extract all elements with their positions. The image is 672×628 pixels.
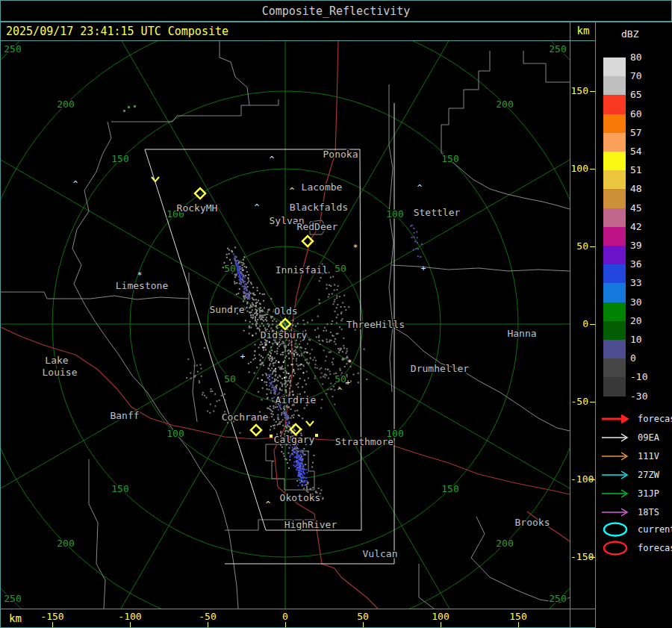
echo-pixel — [246, 303, 248, 305]
right-axis-tick — [590, 169, 595, 170]
echo-pixel — [255, 317, 256, 318]
echo-pixel — [267, 311, 269, 313]
map-right-border — [570, 22, 570, 628]
echo-pixel — [289, 388, 290, 389]
echo-pixel — [196, 364, 198, 366]
echo-pixel — [283, 411, 284, 412]
echo-pixel — [243, 266, 245, 267]
echo-pixel — [260, 344, 261, 346]
echo-pixel — [343, 359, 344, 361]
echo-pixel — [261, 314, 263, 316]
echo-pixel — [241, 272, 243, 273]
city-label-olds: Olds — [274, 305, 297, 317]
city-label-didsbury: Didsbury — [261, 329, 308, 341]
station-marker: ^ — [255, 202, 260, 212]
echo-pixel — [299, 470, 301, 471]
echo-pixel — [267, 407, 268, 408]
ring-distance-label: 200 — [57, 538, 74, 549]
echo-pixel — [314, 364, 316, 365]
bottom-axis-tick — [52, 622, 53, 627]
echo-pixel — [283, 341, 284, 343]
echo-pixel — [278, 361, 279, 363]
echo-pixel — [284, 456, 285, 457]
echo-pixel — [269, 324, 270, 326]
echo-pixel — [267, 314, 268, 315]
city-label-airdrie: Airdrie — [276, 394, 317, 405]
echo-pixel — [332, 293, 333, 295]
echo-pixel — [317, 316, 319, 317]
echo-pixel — [268, 357, 270, 358]
echo-pixel — [325, 368, 326, 370]
radar-map-canvas[interactable]: 5050505010010010010015015015015020020020… — [1, 41, 570, 609]
echo-pixel — [252, 302, 253, 304]
echo-pixel — [271, 416, 273, 417]
echo-pixel — [417, 248, 419, 249]
echo-pixel — [305, 384, 307, 385]
echo-pixel — [421, 243, 423, 245]
echo-pixel — [202, 394, 203, 396]
right-axis-tick-label: -150 — [570, 551, 588, 562]
echo-pixel — [221, 395, 223, 397]
echo-pixel — [303, 488, 305, 489]
echo-pixel — [270, 429, 271, 431]
echo-pixel — [261, 362, 263, 364]
legend-arrow-icon — [600, 432, 635, 444]
echo-pixel — [251, 311, 252, 313]
echo-pixel — [284, 346, 285, 348]
echo-pixel — [273, 419, 275, 420]
echo-pixel — [306, 488, 308, 489]
ring-distance-label: 250 — [549, 593, 566, 604]
echo-pixel — [314, 357, 315, 358]
colorbar-block — [603, 133, 626, 152]
echo-pixel — [277, 380, 279, 382]
legend-row-111v: 111V — [600, 450, 672, 464]
echo-pixel — [226, 257, 228, 258]
echo-pixel — [304, 480, 305, 482]
echo-pixel — [332, 361, 333, 363]
echo-pixel — [342, 358, 343, 359]
echo-pixel — [319, 369, 320, 370]
bottom-axis-tick-label: -150 — [34, 611, 70, 622]
colorbar-value-label: 36 — [630, 258, 660, 270]
echo-pixel — [210, 403, 211, 405]
echo-pixel — [249, 321, 251, 323]
echo-pixel — [312, 359, 314, 361]
legend-row-18ts: 18TS — [600, 506, 672, 520]
echo-pixel — [310, 357, 311, 358]
echo-pixel — [282, 419, 284, 420]
echo-pixel — [257, 287, 258, 288]
echo-pixel — [290, 375, 291, 376]
ring-distance-label: 250 — [4, 593, 21, 604]
echo-pixel — [284, 377, 285, 379]
echo-pixel — [243, 290, 245, 292]
echo-pixel — [334, 299, 335, 300]
echo-pixel — [415, 248, 417, 249]
city-label-threehills: ThreeHills — [346, 319, 405, 330]
echo-pixel — [276, 342, 277, 343]
legend-arrow-icon — [600, 506, 635, 518]
colorbar-block — [603, 170, 626, 189]
right-axis-tick — [590, 91, 595, 92]
echo-pixel — [286, 430, 287, 432]
echo-pixel — [293, 464, 294, 466]
echo-pixel — [249, 372, 250, 373]
ring-distance-label: 200 — [57, 99, 74, 110]
bottom-axis-tick-label: 150 — [500, 611, 536, 622]
echo-pixel — [277, 348, 279, 349]
echo-pixel — [307, 488, 308, 490]
echo-pixel — [262, 374, 264, 376]
colorbar-value-label: 70 — [630, 70, 660, 81]
echo-pixel — [358, 373, 359, 374]
echo-pixel — [248, 363, 249, 364]
echo-pixel — [291, 341, 293, 342]
echo-pixel — [305, 359, 306, 361]
echo-pixel — [306, 362, 308, 364]
echo-pixel — [340, 313, 342, 314]
echo-pixel — [273, 365, 274, 367]
echo-pixel — [277, 424, 279, 426]
echo-pixel — [346, 352, 347, 354]
echo-pixel — [256, 367, 258, 368]
radar-map-svg: 5050505010010010010015015015015020020020… — [1, 41, 570, 609]
echo-pixel — [302, 450, 303, 452]
highway-line — [292, 438, 570, 494]
